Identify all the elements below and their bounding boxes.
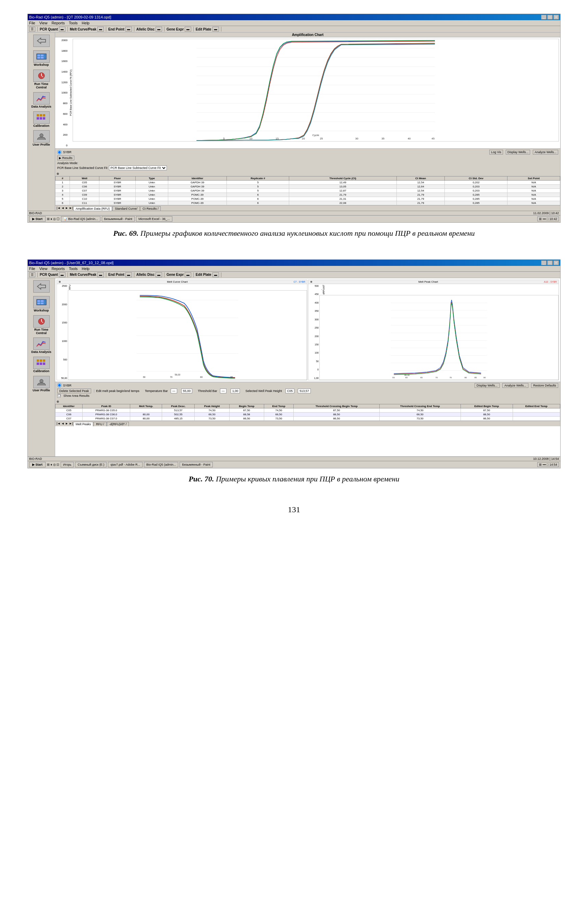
fig2-taskbar-paint[interactable]: Безымянный - Paint — [180, 462, 213, 467]
fig1-row1-set: N/A — [507, 180, 560, 185]
fig1-displaywells-btn[interactable]: Display Wells... — [506, 150, 530, 155]
fig2-restoredefaults-btn[interactable]: Restore Defaults — [531, 383, 558, 388]
fig1-menu-view[interactable]: View — [39, 21, 48, 25]
fig2-th-endtemp: End Temp — [264, 404, 294, 408]
fig2-start-btn[interactable]: ▶ Start — [29, 462, 45, 467]
fig1-th-ct: Threshold Cycle (Ct) — [289, 177, 396, 180]
fig1-analyzewells-btn[interactable]: Analyze Wells... — [533, 150, 558, 155]
svg-rect-47 — [40, 362, 42, 365]
fig1-menu-tools[interactable]: Tools — [69, 21, 78, 25]
fig1-results-btn[interactable]: ▶ Results — [57, 156, 74, 160]
fig2-sidebar-back[interactable] — [29, 280, 53, 294]
fig2-workshop-label: Workshop — [34, 309, 49, 312]
fig1-runtime-icon — [33, 69, 50, 82]
fig2-tab-drfu[interactable]: -d(RFU)/dT / — [107, 422, 129, 426]
fig1-analysis-mode-select[interactable]: PCR Base Line Subtracted Curve Fit — [109, 166, 167, 170]
fig2-menu-view[interactable]: View — [39, 267, 48, 271]
fig2-row3-etemp: 73,50 — [264, 416, 294, 420]
fig2-tab-rfu[interactable]: RFU / — [93, 422, 106, 426]
fig2-taskbar-biorad[interactable]: Bio-Rad iQ5 (admin... — [144, 462, 179, 467]
fig1-sidebar-runtime[interactable]: Run Time Central — [29, 69, 53, 90]
fig2-taskbar: ▶ Start ⊞ ♦ ◎ ⊡ Игорь Съемный диск (E:) … — [28, 461, 560, 468]
fig1-tab-ct[interactable]: Ct Results / — [140, 206, 161, 211]
fig2-sybr-input[interactable] — [57, 383, 62, 388]
fig1-sidebar-calibration[interactable]: Calibration — [29, 111, 53, 129]
fig1-taskbar-biorad[interactable]: 📊 Bio-Rad iQ5 (admin... — [61, 216, 100, 222]
fig1-sidebar-workshop[interactable]: Workshop — [29, 50, 53, 68]
fig2-th-editend: Edited End Temp — [512, 404, 560, 408]
fig1-gene-btn[interactable]: ▬ — [185, 27, 191, 32]
fig1-endpoint-btn[interactable]: ▬ — [126, 27, 132, 32]
fig2-sidebar-analysis[interactable]: Data Analysis — [29, 337, 53, 355]
fig2-melt-btn[interactable]: ▬ — [97, 272, 104, 277]
fig1-pcr-quant-btn[interactable]: ▬ — [59, 27, 66, 32]
fig2-minimize-btn[interactable]: _ — [541, 261, 546, 265]
fig1-close-btn[interactable]: × — [553, 15, 559, 19]
fig2-left-y-1000: 1000 — [62, 340, 67, 342]
svg-rect-36 — [37, 300, 40, 302]
fig2-pcr-quant-btn[interactable]: ▬ — [59, 272, 66, 277]
fig1-edit-btn[interactable]: ▬ — [213, 27, 219, 32]
svg-text:Cycle: Cycle — [313, 134, 319, 137]
fig2-sidebar-workshop[interactable]: Workshop — [29, 295, 53, 313]
fig1-runtime-label: Run Time Central — [30, 82, 53, 89]
fig2-allelic-btn[interactable]: ▬ — [156, 272, 162, 277]
fig2-menu-tools[interactable]: Tools — [69, 267, 78, 271]
fig2-close-btn[interactable]: × — [553, 261, 559, 265]
fig1-tab-standard[interactable]: Standard Curve/ — [113, 206, 140, 211]
fig1-sybr-input[interactable] — [57, 150, 62, 155]
fig1-taskbar-excel[interactable]: Microsoft Excel - 36_... — [136, 216, 172, 222]
fig2-taskbar-disk[interactable]: Съемный диск (E:) — [75, 462, 106, 467]
fig2-delete-peak-btn[interactable]: Delete Selected Peak — [57, 388, 91, 393]
fig2-toolbar-menu-btn[interactable]: ☰ — [29, 272, 35, 277]
fig1-menu-help[interactable]: Help — [82, 21, 90, 25]
fig1-start-btn[interactable]: ▶ Start — [29, 216, 45, 222]
fig2-tab-melt[interactable]: Melt Peaks — [73, 422, 93, 426]
fig1-taskbar-paint[interactable]: Безымянный - Paint — [102, 216, 135, 222]
fig2-peak-expand-btn[interactable]: ⊕ — [310, 280, 313, 283]
fig2-expand-btn[interactable]: ⊕ — [56, 400, 59, 403]
fig1-y-axis-label: PCR Base Line Subtracted Curve Fit (RFU) — [69, 39, 72, 147]
fig1-menu-file[interactable]: File — [29, 21, 35, 25]
fig2-edit-btn[interactable]: ▬ — [213, 272, 219, 277]
fig2-displaywells-btn[interactable]: Display Wells... — [475, 383, 499, 388]
fig2-sidebar-userprofile[interactable]: User Profile — [29, 375, 53, 393]
fig1-row1-rep: 5 — [227, 180, 289, 185]
fig1-melt-btn[interactable]: ▬ — [97, 27, 104, 32]
fig1-sidebar-userprofile[interactable]: User Profile — [29, 129, 53, 147]
fig2-sidebar: Workshop Run Time Central — [28, 278, 55, 456]
table-row: 1 C05 SYBR Unkn GAPDH 39 5 12,49 12,54 0… — [55, 180, 560, 185]
fig1-row3-mean: 12,54 — [396, 189, 445, 193]
fig2-melt-peak-panel: ⊕ Melt Peak Chart A10 - SYBR 500 450 400 — [308, 280, 559, 380]
fig2-endpoint-btn[interactable]: ▬ — [126, 272, 132, 277]
fig2-gene-btn[interactable]: ▬ — [185, 272, 191, 277]
fig2-row1-pheight: 74,50 — [195, 408, 230, 412]
fig1-minimize-btn[interactable]: _ — [541, 15, 546, 19]
fig1-sidebar-analysis[interactable]: Data Analysis — [29, 92, 53, 109]
fig2-tab-nav-left[interactable]: |◄ ◄ ► ►| — [56, 422, 73, 426]
fig2-melt-expand-btn[interactable]: ⊕ — [59, 280, 61, 283]
fig1-row5-ct: 21,31 — [289, 197, 396, 201]
fig2-taskbar-igor[interactable]: Игорь — [61, 462, 74, 467]
fig1-tab-amplification[interactable]: Amplification Data (RFU) — [73, 206, 113, 211]
fig2-show-area-label: Show Area Results — [63, 394, 89, 398]
fig2-menu-reports[interactable]: Reports — [52, 267, 65, 271]
fig2-maximize-btn[interactable]: □ — [547, 261, 553, 265]
fig2-sidebar-runtime[interactable]: Run Time Central — [29, 314, 53, 336]
fig2-sidebar-calibration[interactable]: Calibration — [29, 356, 53, 374]
fig2-menu-file[interactable]: File — [29, 267, 35, 271]
fig1-expand-btn[interactable]: ⊕ — [56, 172, 59, 175]
fig2-menu-help[interactable]: Help — [82, 267, 90, 271]
fig1-menu-reports[interactable]: Reports — [52, 21, 65, 25]
fig2-show-area-chk[interactable]: ☐ — [57, 394, 61, 398]
fig2-right-y-150: 150 — [314, 343, 319, 346]
fig1-maximize-btn[interactable]: □ — [547, 15, 553, 19]
fig1-toolbar-menu-btn[interactable]: ☰ — [29, 27, 35, 32]
fig1-sidebar-back[interactable] — [29, 34, 53, 48]
fig1-table-header-row: ⊕ — [55, 171, 560, 176]
fig1-allelic-btn[interactable]: ▬ — [156, 27, 162, 32]
fig1-logvis-btn[interactable]: Log Vis — [489, 150, 503, 155]
fig1-tab-nav-left[interactable]: |◄ ◄ ► ►| — [56, 206, 73, 211]
fig2-analyzewells-btn[interactable]: Analyze Wells... — [502, 383, 528, 388]
fig2-taskbar-adobe[interactable]: qiav7.pdf - Adobe R... — [108, 462, 143, 467]
